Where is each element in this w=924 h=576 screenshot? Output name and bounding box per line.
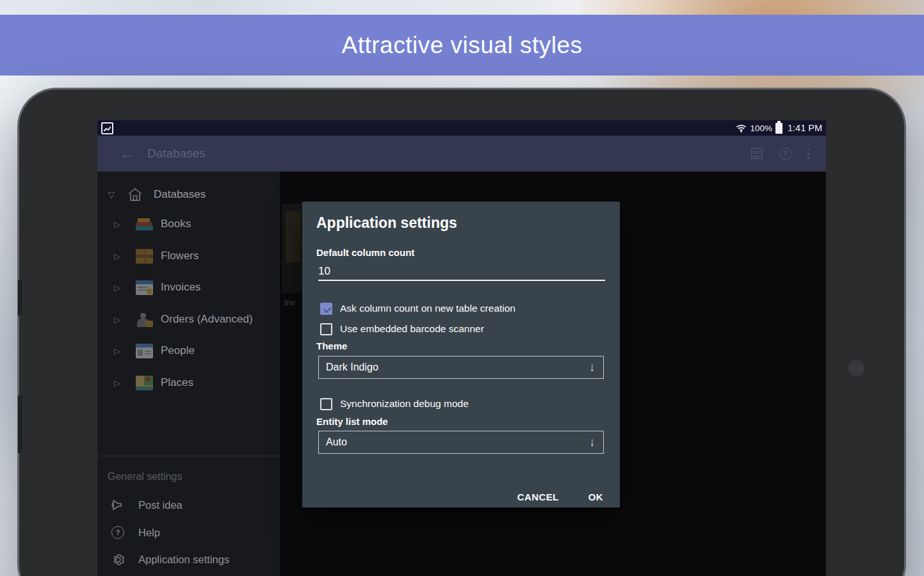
ask-column-count-row[interactable]: Ask column count on new table creation bbox=[320, 302, 602, 315]
application-settings-dialog: Application settings Default column coun… bbox=[302, 202, 620, 508]
dropdown-arrow-icon: ↓ bbox=[590, 435, 594, 449]
sidebar-item-label: Application settings bbox=[138, 554, 229, 566]
sidebar-item-label: Books bbox=[161, 218, 191, 230]
cancel-button[interactable]: CANCEL bbox=[517, 492, 559, 502]
dropdown-arrow-icon: ↓ bbox=[590, 360, 594, 374]
contact-card-icon bbox=[136, 344, 153, 358]
page-title: Databases bbox=[147, 147, 206, 161]
dialog-title: Application settings bbox=[316, 214, 457, 232]
sidebar-item-invoices[interactable]: ▷ Invoices bbox=[97, 278, 280, 297]
back-button[interactable]: ← bbox=[119, 145, 134, 163]
checkbox-label: Synchronization debug mode bbox=[340, 398, 469, 410]
theme-label: Theme bbox=[316, 340, 347, 351]
notification-chart-icon bbox=[101, 122, 113, 134]
expander-closed-icon[interactable]: ▷ bbox=[112, 283, 122, 292]
sync-debug-checkbox[interactable] bbox=[320, 398, 332, 410]
sidebar-item-label: Databases bbox=[154, 188, 206, 201]
theme-select[interactable]: Dark Indigo ↓ bbox=[318, 356, 604, 379]
sidebar-item-post-idea[interactable]: Post idea bbox=[97, 495, 280, 515]
entity-list-mode-label: Entity list mode bbox=[316, 416, 388, 427]
default-column-count-label: Default column count bbox=[316, 247, 414, 258]
barcode-scanner-row[interactable]: Use embedded barcode scanner bbox=[320, 323, 602, 335]
sidebar-item-help[interactable]: ? Help bbox=[97, 522, 280, 543]
sidebar-item-label: Help bbox=[138, 527, 160, 539]
expander-closed-icon[interactable]: ▷ bbox=[112, 315, 122, 324]
tile-thumbnail bbox=[282, 204, 302, 293]
orders-icon bbox=[136, 312, 153, 327]
entity-list-mode-select[interactable]: Auto ↓ bbox=[318, 431, 604, 454]
sidebar-item-label: Post idea bbox=[138, 499, 182, 511]
status-bar: 100% 1:41 PM bbox=[97, 120, 826, 136]
occluded-database-tile: Inv bbox=[282, 204, 302, 314]
expander-closed-icon[interactable]: ▷ bbox=[112, 378, 122, 388]
sidebar-item-application-settings[interactable]: Application settings bbox=[97, 549, 280, 570]
expander-closed-icon[interactable]: ▷ bbox=[112, 346, 122, 356]
tablet-power-button bbox=[18, 396, 22, 453]
sidebar-item-people[interactable]: ▷ People bbox=[97, 341, 280, 360]
tablet-camera bbox=[848, 360, 864, 376]
crate-icon bbox=[136, 249, 153, 264]
checkbox-label: Use embedded barcode scanner bbox=[340, 323, 484, 335]
sidebar: ▽ Databases ▷ Books ▷ Flowers bbox=[97, 172, 280, 576]
tile-label-partial: Inv bbox=[284, 298, 302, 307]
sidebar-item-label: Places bbox=[161, 376, 193, 389]
sidebar-item-label: People bbox=[161, 344, 195, 357]
sidebar-item-books[interactable]: ▷ Books bbox=[97, 214, 280, 234]
general-settings-header: General settings bbox=[108, 471, 182, 483]
app-toolbar: ← Databases ? bbox=[97, 136, 826, 172]
sync-debug-row[interactable]: Synchronization debug mode bbox=[320, 397, 602, 410]
sidebar-item-orders-advanced[interactable]: ▷ Orders (Advanced) bbox=[97, 310, 280, 329]
sidebar-item-label: Invoices bbox=[161, 281, 200, 294]
invoice-icon bbox=[136, 280, 153, 295]
battery-percent: 100% bbox=[750, 124, 772, 133]
wifi-icon bbox=[736, 124, 747, 132]
gear-icon bbox=[110, 552, 126, 567]
tablet-volume-button bbox=[18, 280, 22, 316]
theme-select-value: Dark Indigo bbox=[326, 362, 378, 373]
sidebar-item-label: Orders (Advanced) bbox=[161, 313, 253, 326]
entity-list-mode-value: Auto bbox=[326, 436, 347, 448]
help-circle-icon: ? bbox=[110, 525, 126, 540]
megaphone-icon bbox=[110, 497, 126, 513]
sidebar-item-databases-root[interactable]: ▽ Databases bbox=[97, 185, 280, 204]
input-underline bbox=[318, 280, 605, 281]
barcode-scanner-checkbox[interactable] bbox=[320, 323, 332, 335]
battery-icon bbox=[775, 123, 782, 134]
promo-banner-title: Attractive visual styles bbox=[342, 32, 583, 59]
home-icon bbox=[127, 187, 143, 202]
expander-closed-icon[interactable]: ▷ bbox=[112, 252, 122, 261]
ask-column-count-checkbox[interactable] bbox=[320, 303, 332, 315]
ok-button[interactable]: OK bbox=[588, 492, 603, 502]
tablet-screen: 100% 1:41 PM ← Databases ? bbox=[97, 120, 826, 576]
help-icon[interactable]: ? bbox=[779, 148, 791, 160]
expander-closed-icon[interactable]: ▷ bbox=[112, 220, 122, 229]
visual-style-template-icon[interactable] bbox=[750, 147, 763, 160]
books-icon bbox=[136, 217, 153, 232]
sidebar-item-places[interactable]: ▷ Places bbox=[97, 373, 280, 392]
checkbox-label: Ask column count on new table creation bbox=[340, 303, 515, 314]
default-column-count-input[interactable]: 10 bbox=[318, 265, 330, 278]
sidebar-divider bbox=[97, 456, 280, 456]
map-icon bbox=[136, 376, 153, 390]
sidebar-item-flowers[interactable]: ▷ Flowers bbox=[97, 246, 280, 266]
sidebar-item-label: Flowers bbox=[161, 250, 199, 262]
clock: 1:41 PM bbox=[788, 123, 822, 133]
expander-open-icon[interactable]: ▽ bbox=[106, 189, 117, 200]
tablet-device-frame: 100% 1:41 PM ← Databases ? bbox=[19, 90, 904, 576]
promo-banner: Attractive visual styles bbox=[0, 15, 924, 76]
overflow-menu-icon[interactable] bbox=[807, 148, 810, 159]
